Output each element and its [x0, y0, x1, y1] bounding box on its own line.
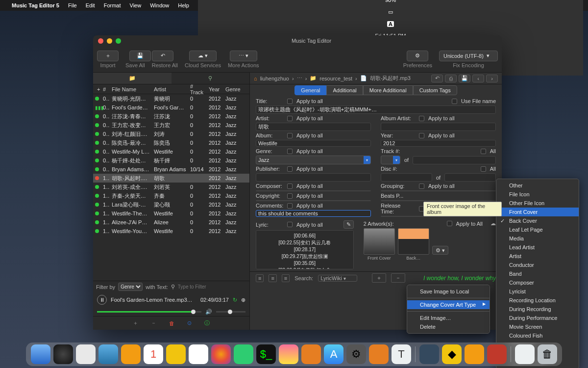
- info-button[interactable]: ⊕: [241, 297, 245, 303]
- dock-photos[interactable]: [211, 344, 231, 364]
- copyright-apply-checkbox[interactable]: [287, 193, 293, 199]
- comments-apply-checkbox[interactable]: [287, 203, 293, 209]
- year-input[interactable]: 2012: [381, 140, 496, 147]
- folder-tab[interactable]: 📁: [93, 73, 172, 84]
- table-row[interactable]: 11刘若英-成全.m…刘若英02012Jazz: [93, 183, 249, 191]
- table-row[interactable]: 10胡歌-风起时.m…胡歌2012Jazz: [93, 174, 249, 183]
- prev-button[interactable]: ‹: [472, 75, 484, 82]
- composer-apply-checkbox[interactable]: [287, 184, 293, 189]
- table-row[interactable]: 01黄晓明-光阴的…黄晓明02012Jazz: [93, 94, 249, 103]
- dock-music[interactable]: [279, 344, 298, 364]
- track-num-select[interactable]: ▾: [381, 156, 400, 164]
- table-row[interactable]: 06陈奕迅-最冷一…陈奕迅02012Jazz: [93, 138, 249, 147]
- disc-all-checkbox[interactable]: [481, 166, 486, 172]
- tab-custom-tags[interactable]: Custom Tags: [413, 85, 457, 95]
- table-row[interactable]: 07Westlife-My L…Westlife02012Jazz: [93, 147, 249, 156]
- table-row[interactable]: 08杨千嬅-处处吻…杨千嬅02012Jazz: [93, 156, 249, 165]
- table-row[interactable]: 04王力宏-改变自…王力宏02012Jazz: [93, 121, 249, 130]
- seek-slider[interactable]: [97, 311, 201, 313]
- action1-button[interactable]: ⎙: [445, 75, 457, 82]
- track-all-checkbox[interactable]: [481, 149, 486, 154]
- artist-input[interactable]: 胡歌: [256, 123, 371, 131]
- cover-type-option[interactable]: Movie Screen: [496, 322, 579, 331]
- cover-type-option[interactable]: Lead Artist: [496, 243, 579, 252]
- publisher-apply-checkbox[interactable]: [287, 166, 293, 172]
- table-row[interactable]: 13Lara梁心颐-不…梁心颐02012Jazz: [93, 200, 249, 209]
- table-row[interactable]: 12齐秦-火柴天堂…齐秦02012Jazz: [93, 191, 249, 200]
- lyric-source-select[interactable]: LyricWiki ▾: [318, 275, 357, 282]
- menu-help[interactable]: Help: [178, 2, 189, 8]
- volume-slider[interactable]: [216, 311, 245, 313]
- align-right-button[interactable]: ≡: [282, 274, 290, 282]
- dock-terminal[interactable]: $_: [256, 344, 276, 364]
- table-row[interactable]: 03汪苏泷-青春白…汪苏泷02012Jazz: [93, 112, 249, 121]
- tab-additional[interactable]: Additional: [326, 85, 363, 95]
- edit-lyric-button[interactable]: ✎: [343, 220, 354, 229]
- table-row[interactable]: ▮▮▮02Fool's Garden…Fool's Garden02012Jaz…: [93, 103, 249, 112]
- menu-save-image[interactable]: Save Image to Local: [407, 287, 490, 296]
- dock-app4[interactable]: [487, 344, 507, 364]
- album-input[interactable]: Westlife: [256, 140, 371, 147]
- minimize-window-button[interactable]: [107, 38, 112, 44]
- undo-button[interactable]: ↶: [431, 75, 443, 82]
- dock-finder[interactable]: [31, 344, 50, 364]
- dock-ibooks[interactable]: [301, 344, 321, 364]
- restore-all-button[interactable]: ↶: [152, 51, 173, 61]
- album-apply-checkbox[interactable]: [287, 133, 293, 138]
- title-input[interactable]: 琅琊榜主题曲《风起时》-胡歌演唱+定稿MMM+…: [256, 105, 496, 114]
- comments-input[interactable]: this should be comments: [256, 210, 371, 217]
- table-row[interactable]: 16Westlife-You…Westlife02012Jazz: [93, 227, 249, 236]
- apply-button[interactable]: ⊙: [187, 320, 192, 326]
- album-artist-apply-checkbox[interactable]: [419, 116, 424, 121]
- dock-calendar[interactable]: 1: [144, 344, 163, 364]
- artwork-front-cover[interactable]: Front Cover: [364, 228, 395, 261]
- battery-icon[interactable]: ▭: [388, 9, 393, 15]
- add-column-button[interactable]: +: [95, 86, 101, 92]
- lyric-apply-checkbox[interactable]: [287, 222, 293, 227]
- crumb-folder[interactable]: resource_test: [319, 76, 352, 81]
- menu-change-cover-type[interactable]: Change Cover Art Type: [407, 300, 490, 309]
- composer-input[interactable]: [256, 190, 371, 191]
- menu-delete-image[interactable]: Delete: [407, 322, 490, 331]
- repeat-button[interactable]: ↻: [233, 297, 237, 303]
- dock-siri[interactable]: [53, 344, 73, 364]
- cover-type-option[interactable]: Leaf Let Page: [496, 225, 579, 234]
- menubar-app-name[interactable]: Music Tag Editor 5: [12, 2, 59, 8]
- align-left-button[interactable]: ≡: [256, 274, 264, 282]
- grouping-apply-checkbox[interactable]: [419, 184, 424, 189]
- use-filename-checkbox[interactable]: [452, 99, 457, 104]
- play-pause-button[interactable]: ⏸: [97, 295, 107, 305]
- grouping-input[interactable]: [381, 190, 496, 191]
- col-track[interactable]: # Track: [188, 83, 207, 95]
- info-action-button[interactable]: ⓘ: [204, 319, 210, 327]
- remove-file-button[interactable]: －: [151, 319, 156, 327]
- col-num[interactable]: #: [101, 86, 110, 92]
- dock-messages[interactable]: [234, 344, 253, 364]
- col-genre[interactable]: Genre: [223, 86, 240, 92]
- publisher-input[interactable]: [256, 173, 371, 182]
- cover-type-option[interactable]: Recording Location: [496, 296, 579, 305]
- dock-preview[interactable]: [121, 344, 141, 364]
- dock-document[interactable]: [515, 344, 535, 364]
- copyright-input[interactable]: [256, 200, 371, 201]
- menu-edit-image[interactable]: Edit Image…: [407, 314, 490, 322]
- dock-app2[interactable]: T: [392, 344, 411, 364]
- col-year[interactable]: Year: [207, 86, 223, 92]
- artist-apply-checkbox[interactable]: [287, 116, 293, 121]
- dock-appstore[interactable]: A: [324, 344, 343, 364]
- cover-type-option[interactable]: Coloured Fish: [496, 331, 579, 340]
- dock-safari[interactable]: [98, 344, 118, 364]
- album-artist-input[interactable]: [381, 123, 496, 131]
- lyric-textarea[interactable]: [00:06.66][00:22.55]变幻 风云几卷[00:28.17][00…: [256, 230, 354, 269]
- filter-text-input[interactable]: [178, 284, 246, 289]
- table-row[interactable]: 05刘涛-红颜旧.m…刘涛02012Jazz: [93, 130, 249, 138]
- cover-type-option[interactable]: During Performance: [496, 314, 579, 322]
- cover-type-option[interactable]: Lyricist: [496, 287, 579, 296]
- next-button[interactable]: ›: [486, 75, 498, 82]
- table-row[interactable]: 15Alizee-J'Ai Pa…Alizee02012Jazz: [93, 218, 249, 227]
- dock-reminders[interactable]: [189, 344, 208, 364]
- col-artist[interactable]: Artist: [152, 86, 188, 92]
- tab-more-additional[interactable]: More Additional: [363, 85, 413, 95]
- battery-percent[interactable]: 90%: [385, 0, 396, 3]
- save-single-button[interactable]: 💾: [459, 75, 470, 82]
